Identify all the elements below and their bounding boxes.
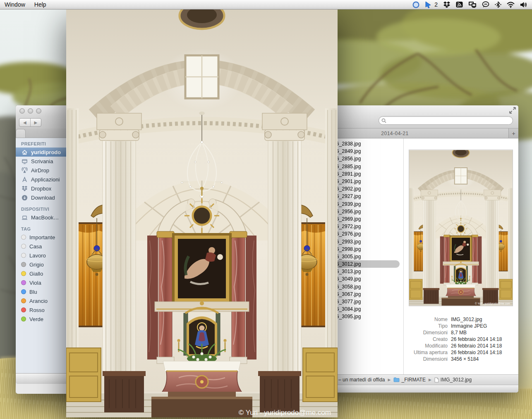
airdrop-icon [21,167,28,174]
quicklook-window[interactable] [66,9,338,417]
tag-dot [21,235,26,240]
tag-dot [21,307,26,312]
preview-pane: NomeIMG_3012.jpg TipoImmagine JPEG Dimen… [404,138,518,374]
detail-label: Dimensioni [404,329,448,336]
cursor-count-badge: 2 [434,1,438,8]
messages-circle-icon[interactable] [412,1,419,8]
tag-dot [21,253,26,258]
download-icon [21,194,28,201]
minimize-button[interactable] [28,108,33,114]
search-input[interactable] [388,117,513,124]
remote-cursor-icon[interactable] [425,1,431,8]
breadcrumb-folder[interactable]: – un martedì di offida [338,377,385,383]
detail-value: IMG_3012.jpg [451,316,482,323]
folder-icon [393,377,400,382]
laptop-icon [21,214,28,221]
menu-help[interactable]: Help [30,0,51,9]
tab-stub[interactable] [16,129,26,138]
tag-dot [21,298,26,303]
detail-value: 26 febbraio 2014 14:18 [451,336,502,343]
church-photo [66,9,338,417]
tag-dot [21,317,26,321]
tag-dot [21,271,26,276]
dropbox-icon[interactable] [443,1,451,8]
broadcast-icon[interactable] [456,1,463,8]
menu-window[interactable]: Window [0,0,30,9]
search-icon [381,118,386,123]
breadcrumb-firmate[interactable]: _FIRMATE [393,377,425,383]
tag-dot [21,289,26,294]
menu-bar: Window Help 2 [0,0,532,10]
detail-label: Ultima apertura [404,349,448,356]
search-field[interactable] [379,116,513,125]
detail-label: Nome [404,316,448,323]
detail-label: Creato [404,336,448,343]
preview-thumbnail [409,150,513,306]
chat-bubble-icon[interactable] [482,1,489,8]
chevron-separator-icon: ▶ [387,378,392,382]
zoom-button[interactable] [36,108,41,114]
back-button[interactable]: ◀ [19,119,31,126]
tag-dot [21,262,26,267]
detail-label: Modificato [404,343,448,349]
detail-label: Dimensioni [404,356,448,362]
new-tab-button[interactable]: + [509,129,518,138]
detail-value: 8,7 MB [451,329,467,336]
chevron-separator-icon: ▶ [428,378,432,382]
detail-value: 26 febbraio 2014 14:18 [451,343,502,349]
back-forward-control: ◀ ▶ [19,118,41,127]
breadcrumb-file[interactable]: IMG_3012.jpg [434,377,472,383]
document-icon [434,377,439,383]
forward-button[interactable]: ▶ [31,119,41,126]
home-icon [21,149,28,155]
detail-value: Immagine JPEG [451,323,487,329]
close-button[interactable] [19,108,25,114]
wifi-icon[interactable] [507,2,515,8]
tag-dot [21,280,26,285]
file-details: NomeIMG_3012.jpg TipoImmagine JPEG Dimen… [404,316,518,362]
dropbox-icon [21,185,28,192]
bluetooth-icon[interactable] [495,1,501,8]
detail-label: Tipo [404,323,448,329]
volume-icon[interactable] [520,2,527,8]
displays-icon[interactable] [468,1,477,8]
tag-dot [21,244,26,249]
applications-icon [21,176,28,183]
detail-value: 26 febbraio 2014 14:18 [451,349,502,356]
fullscreen-icon[interactable] [509,107,516,114]
desktop-icon [21,158,28,164]
detail-value: 3456 × 5184 [451,356,479,362]
